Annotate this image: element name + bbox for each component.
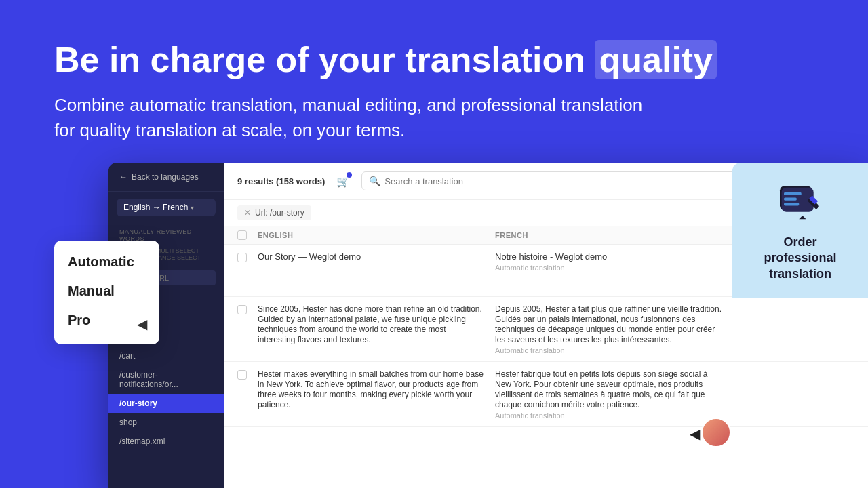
hero-title-highlight: quality xyxy=(595,40,717,79)
basket-notification-dot xyxy=(347,172,352,178)
chevron-down-icon: ▾ xyxy=(191,204,194,211)
back-arrow: ← xyxy=(119,172,127,182)
remove-filter-icon[interactable]: ✕ xyxy=(244,208,251,218)
search-box[interactable]: 🔍 xyxy=(361,171,766,190)
svg-rect-2 xyxy=(784,192,802,195)
dropdown-item-automatic[interactable]: Automatic xyxy=(54,247,159,277)
hero-title: Be in charge of your translation quality xyxy=(54,41,814,79)
row1-source-text: Our Story — Weglot demo xyxy=(258,251,361,262)
row3-status: Automatic translation xyxy=(495,411,724,420)
row1-checkbox-cell xyxy=(237,251,258,262)
row2-target: Depuis 2005, Hester a fait plus que raff… xyxy=(495,304,732,354)
row2-checkbox-cell xyxy=(237,304,258,314)
svg-rect-3 xyxy=(784,197,797,200)
row3-source-text: Hester makes everything in small batches… xyxy=(258,369,484,409)
row1-target-text: Notre histoire - Weglot demo xyxy=(495,251,607,262)
search-icon: 🔍 xyxy=(369,176,380,186)
th-english-label: ENGLISH xyxy=(258,231,293,239)
dropdown-cursor-icon: ◀ xyxy=(137,316,147,332)
lang-selector-text: English → French xyxy=(123,203,188,212)
bottom-cursor-icon: ◀ xyxy=(690,426,700,442)
filter-tag-url: ✕ Url: /our-story xyxy=(237,205,311,220)
row2-target-text: Depuis 2005, Hester a fait plus que raff… xyxy=(495,304,722,344)
row2-status: Automatic translation xyxy=(495,346,724,354)
th-english: ENGLISH xyxy=(258,230,495,240)
row3-checkbox-cell xyxy=(237,369,258,380)
row3-source: Hester makes everything in small batches… xyxy=(258,369,495,409)
dropdown-item-manual[interactable]: Manual xyxy=(54,277,159,306)
row3-checkbox[interactable] xyxy=(237,370,247,380)
sidebar-item-sitemap[interactable]: /sitemap.xml xyxy=(108,432,224,451)
order-card-title: Order professional translation xyxy=(746,235,854,282)
sidebar-item-cart[interactable]: /cart xyxy=(108,346,224,365)
row1-source: Our Story — Weglot demo xyxy=(258,251,495,262)
row2-source-text: Since 2005, Hester has done more than re… xyxy=(258,304,482,344)
back-label: Back to languages xyxy=(132,172,199,182)
hero-section: Be in charge of your translation quality… xyxy=(0,0,868,169)
order-translation-icon xyxy=(776,183,824,224)
svg-rect-4 xyxy=(784,203,799,205)
language-selector[interactable]: English → French ▾ xyxy=(117,199,216,216)
row1-checkbox[interactable] xyxy=(237,253,247,262)
th-french-label: FRENCH xyxy=(495,231,528,239)
row3-target: Hester fabrique tout en petits lots depu… xyxy=(495,369,732,420)
row1-target: Notre histoire - Weglot demo Automatic t… xyxy=(495,251,732,272)
basket-button[interactable]: 🛒 xyxy=(333,171,353,191)
search-input[interactable] xyxy=(384,176,758,186)
hero-title-text: Be in charge of your translation xyxy=(54,40,585,79)
header-checkbox[interactable] xyxy=(237,230,247,240)
row2-source: Since 2005, Hester has done more than re… xyxy=(258,304,495,344)
filter-tag-label: Url: /our-story xyxy=(255,208,304,218)
row2-checkbox[interactable] xyxy=(237,305,247,314)
translation-type-dropdown: Automatic Manual Pro ◀ xyxy=(54,241,159,344)
table-row: Hester makes everything in small batches… xyxy=(224,362,868,427)
row1-status: Automatic translation xyxy=(495,264,724,272)
results-count: 9 results (158 words) xyxy=(237,176,325,186)
bottom-avatar xyxy=(701,418,731,447)
th-checkbox xyxy=(237,230,258,240)
th-french: FRENCH xyxy=(495,230,732,240)
svg-marker-7 xyxy=(799,216,806,219)
table-row: Since 2005, Hester has done more than re… xyxy=(224,297,868,362)
sidebar-item-customer-notifications[interactable]: /customer-notifications/or... xyxy=(108,365,224,394)
sidebar-item-our-story[interactable]: /our-story xyxy=(108,394,224,413)
row3-target-text: Hester fabrique tout en petits lots depu… xyxy=(495,369,708,409)
order-professional-translation-card[interactable]: Order professional translation xyxy=(732,163,868,298)
sidebar-item-shop[interactable]: shop xyxy=(108,413,224,432)
hero-subtitle: Combine automatic translation, manual ed… xyxy=(54,93,665,142)
